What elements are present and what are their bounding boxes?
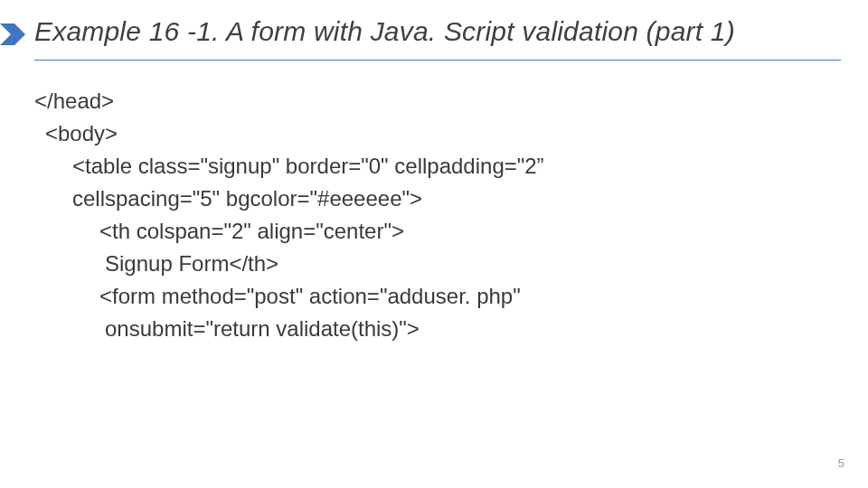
code-line: <form method="post" action="adduser. php… — [34, 280, 832, 313]
code-line: onsubmit="return validate(this)"> — [34, 313, 832, 345]
code-line: </head> — [34, 85, 832, 117]
code-line: <body> — [34, 117, 832, 150]
title-underline — [34, 60, 841, 61]
slide-title: Example 16 -1. A form with Java. Script … — [34, 16, 841, 47]
accent-chevron-icon — [0, 23, 27, 45]
page-number: 5 — [838, 456, 844, 470]
code-line: <th colspan="2" align="center"> — [34, 215, 832, 248]
code-line: cellspacing="5" bgcolor="#eeeeee"> — [34, 183, 832, 215]
code-line: <table class="signup" border="0" cellpad… — [34, 150, 832, 183]
svg-marker-0 — [0, 23, 25, 45]
code-line: Signup Form</th> — [34, 248, 832, 280]
slide: Example 16 -1. A form with Java. Script … — [0, 0, 868, 488]
code-block: </head> <body> <table class="signup" bor… — [34, 85, 832, 345]
